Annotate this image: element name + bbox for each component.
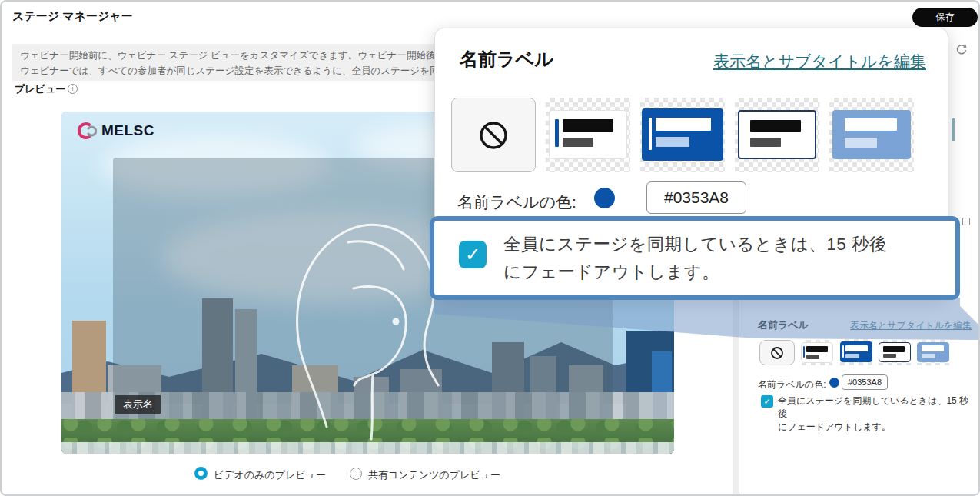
overlay-color-swatch[interactable] — [594, 188, 615, 208]
subtitle-bar — [563, 138, 593, 147]
overlay-name-label-title: 名前ラベル — [460, 47, 553, 72]
sidebar-color-label: 名前ラベルの色: — [758, 378, 826, 391]
town-strip — [61, 442, 674, 454]
display-name-badge: 表示名 — [115, 395, 161, 414]
radio-video-only-label[interactable]: ビデオのみのプレビュー — [214, 468, 326, 482]
name-bar — [845, 118, 897, 131]
sidebar-label-style-translucent[interactable] — [917, 340, 949, 365]
sidebar-label-style-outline[interactable] — [879, 340, 911, 365]
sidebar-label-style-dark[interactable] — [802, 340, 832, 365]
sidebar-sync-line-2: にフェードアウトします。 — [778, 421, 891, 432]
name-bar — [806, 346, 828, 352]
subtitle-bar — [845, 354, 859, 358]
overlay-sync-line-2: にフェードアウトします。 — [503, 262, 719, 281]
save-button[interactable]: 保存 — [912, 8, 978, 27]
name-bar — [883, 346, 905, 352]
accent-bar — [649, 118, 652, 150]
sidebar-label-style-none[interactable] — [759, 340, 795, 365]
name-bar — [922, 345, 944, 351]
brand-logo: MELSC — [74, 119, 154, 142]
overlay-label-style-blue[interactable] — [640, 98, 725, 172]
overlay-label-style-outline[interactable] — [735, 98, 819, 172]
sidebar-name-label-title: 名前ラベル — [758, 318, 809, 332]
window-icon[interactable] — [962, 218, 970, 225]
stage-manager-window: ステージ マネージャー 保存 ウェビナー開始前に、ウェビナー ステージ ビューを… — [0, 0, 980, 496]
overlay-sync-line-1: 全員にステージを同期しているときは、15 秒後 — [503, 235, 887, 254]
overlay-color-input[interactable] — [646, 181, 746, 214]
name-bar — [563, 119, 613, 132]
brand-logo-text: MELSC — [101, 122, 154, 139]
subtitle-bar — [806, 355, 819, 359]
subtitle-bar — [883, 354, 896, 358]
sidebar-label-style-blue[interactable] — [840, 339, 872, 365]
accent-bar — [803, 346, 805, 358]
name-bar — [845, 345, 868, 351]
overlay-edit-display-name-link[interactable]: 表示名とサブタイトルを編集 — [713, 51, 926, 72]
avatar-sketch — [281, 196, 450, 442]
sidebar-sync-fade-label: 全員にステージを同期しているときは、15 秒後 にフェードアウトします。 — [778, 394, 970, 434]
overlay-color-label: 名前ラベルの色: — [457, 191, 576, 213]
accent-bar — [555, 119, 559, 147]
radio-video-only[interactable] — [194, 467, 208, 480]
info-icon[interactable]: i — [68, 84, 78, 94]
preview-section-label: プレビュー — [15, 82, 65, 96]
subtitle-bar — [750, 138, 781, 147]
refresh-icon[interactable] — [955, 43, 968, 57]
sync-fade-callout: ✓ 全員にステージを同期しているときは、15 秒後 にフェードアウトします。 — [430, 216, 960, 300]
subtitle-bar — [656, 137, 689, 147]
subtitle-bar — [922, 354, 935, 358]
overlay-label-style-dark[interactable] — [546, 98, 630, 172]
sidebar-sync-line-1: 全員にステージを同期しているときは、15 秒後 — [778, 395, 968, 419]
subtitle-bar — [845, 138, 877, 148]
overlay-label-style-translucent[interactable] — [829, 98, 914, 172]
overlay-sync-fade-checkbox[interactable]: ✓ — [459, 241, 487, 268]
accent-bar — [842, 345, 844, 358]
brand-logo-icon — [74, 119, 97, 142]
ban-icon — [478, 120, 509, 151]
name-bar — [656, 118, 711, 131]
radio-shared-content-label[interactable]: 共有コンテンツのプレビュー — [368, 468, 500, 482]
obscured-content-sliver — [952, 118, 955, 141]
overlay-label-style-none[interactable] — [451, 98, 536, 172]
radio-shared-content[interactable] — [350, 468, 362, 480]
sidebar-color-swatch[interactable] — [829, 378, 839, 388]
sidebar-color-input[interactable] — [842, 374, 888, 390]
sidebar-edit-display-name-link[interactable]: 表示名とサブタイトルを編集 — [850, 319, 972, 332]
ban-icon — [770, 346, 784, 360]
overlay-sync-fade-label: 全員にステージを同期しているときは、15 秒後 にフェードアウトします。 — [503, 231, 942, 286]
name-bar — [750, 120, 801, 132]
page-title: ステージ マネージャー — [12, 9, 133, 24]
sidebar-sync-fade-checkbox[interactable]: ✓ — [761, 395, 773, 408]
